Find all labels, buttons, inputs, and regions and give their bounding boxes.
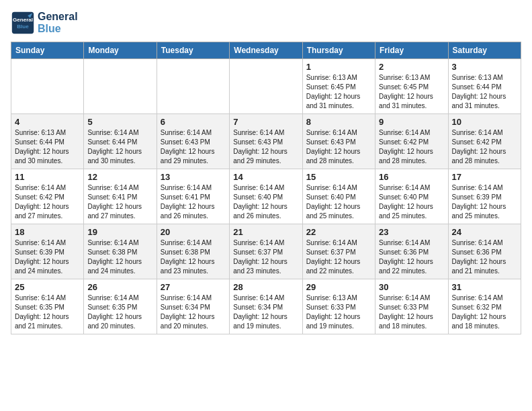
- day-info: Sunrise: 6:13 AM Sunset: 6:45 PM Dayligh…: [306, 73, 371, 111]
- day-info: Sunrise: 6:14 AM Sunset: 6:37 PM Dayligh…: [233, 238, 298, 276]
- day-info: Sunrise: 6:14 AM Sunset: 6:38 PM Dayligh…: [161, 238, 226, 276]
- day-number: 31: [452, 282, 517, 292]
- day-info: Sunrise: 6:14 AM Sunset: 6:44 PM Dayligh…: [87, 128, 152, 166]
- calendar-week-row: 11Sunrise: 6:14 AM Sunset: 6:42 PM Dayli…: [11, 169, 521, 224]
- day-number: 9: [379, 117, 444, 127]
- day-number: 24: [452, 227, 517, 237]
- day-number: 23: [379, 227, 444, 237]
- day-info: Sunrise: 6:14 AM Sunset: 6:34 PM Dayligh…: [161, 293, 226, 331]
- day-number: 29: [306, 282, 371, 292]
- calendar-cell: 26Sunrise: 6:14 AM Sunset: 6:35 PM Dayli…: [84, 279, 157, 334]
- day-number: 25: [15, 282, 80, 292]
- day-info: Sunrise: 6:14 AM Sunset: 6:34 PM Dayligh…: [233, 293, 298, 331]
- day-info: Sunrise: 6:14 AM Sunset: 6:41 PM Dayligh…: [87, 183, 152, 221]
- calendar-cell: [84, 59, 157, 114]
- day-info: Sunrise: 6:14 AM Sunset: 6:32 PM Dayligh…: [452, 293, 517, 331]
- calendar-cell: 27Sunrise: 6:14 AM Sunset: 6:34 PM Dayli…: [157, 279, 229, 334]
- day-info: Sunrise: 6:14 AM Sunset: 6:36 PM Dayligh…: [379, 238, 444, 276]
- weekday-header: Friday: [375, 42, 448, 59]
- day-info: Sunrise: 6:14 AM Sunset: 6:36 PM Dayligh…: [452, 238, 517, 276]
- calendar-cell: 7Sunrise: 6:14 AM Sunset: 6:43 PM Daylig…: [230, 114, 302, 169]
- calendar-cell: 13Sunrise: 6:14 AM Sunset: 6:41 PM Dayli…: [157, 169, 229, 224]
- calendar-week-row: 25Sunrise: 6:14 AM Sunset: 6:35 PM Dayli…: [11, 279, 521, 334]
- day-number: 20: [161, 227, 226, 237]
- day-number: 15: [306, 172, 371, 182]
- calendar-cell: 12Sunrise: 6:14 AM Sunset: 6:41 PM Dayli…: [84, 169, 157, 224]
- day-number: 13: [161, 172, 226, 182]
- calendar-cell: 14Sunrise: 6:14 AM Sunset: 6:40 PM Dayli…: [230, 169, 302, 224]
- calendar-cell: 5Sunrise: 6:14 AM Sunset: 6:44 PM Daylig…: [84, 114, 157, 169]
- logo-icon: General Blue: [11, 11, 35, 35]
- svg-text:General: General: [13, 17, 33, 23]
- calendar-cell: 19Sunrise: 6:14 AM Sunset: 6:38 PM Dayli…: [84, 224, 157, 279]
- calendar-week-row: 4Sunrise: 6:13 AM Sunset: 6:44 PM Daylig…: [11, 114, 521, 169]
- calendar-cell: 28Sunrise: 6:14 AM Sunset: 6:34 PM Dayli…: [230, 279, 302, 334]
- day-info: Sunrise: 6:14 AM Sunset: 6:39 PM Dayligh…: [15, 238, 80, 276]
- day-number: 5: [87, 117, 152, 127]
- day-info: Sunrise: 6:14 AM Sunset: 6:33 PM Dayligh…: [379, 293, 444, 331]
- calendar-header-row: SundayMondayTuesdayWednesdayThursdayFrid…: [11, 42, 521, 59]
- calendar-cell: 16Sunrise: 6:14 AM Sunset: 6:40 PM Dayli…: [375, 169, 448, 224]
- day-number: 21: [233, 227, 298, 237]
- weekday-header: Tuesday: [157, 42, 229, 59]
- day-info: Sunrise: 6:13 AM Sunset: 6:45 PM Dayligh…: [379, 73, 444, 111]
- calendar-cell: 23Sunrise: 6:14 AM Sunset: 6:36 PM Dayli…: [375, 224, 448, 279]
- day-number: 22: [306, 227, 371, 237]
- calendar-cell: 2Sunrise: 6:13 AM Sunset: 6:45 PM Daylig…: [375, 59, 448, 114]
- day-number: 27: [161, 282, 226, 292]
- day-info: Sunrise: 6:13 AM Sunset: 6:44 PM Dayligh…: [15, 128, 80, 166]
- calendar: SundayMondayTuesdayWednesdayThursdayFrid…: [11, 42, 521, 334]
- day-number: 7: [233, 117, 298, 127]
- day-info: Sunrise: 6:14 AM Sunset: 6:43 PM Dayligh…: [161, 128, 226, 166]
- day-number: 4: [15, 117, 80, 127]
- calendar-cell: 25Sunrise: 6:14 AM Sunset: 6:35 PM Dayli…: [11, 279, 84, 334]
- calendar-cell: 17Sunrise: 6:14 AM Sunset: 6:39 PM Dayli…: [448, 169, 521, 224]
- calendar-cell: 29Sunrise: 6:13 AM Sunset: 6:33 PM Dayli…: [302, 279, 375, 334]
- day-number: 10: [452, 117, 517, 127]
- weekday-header: Monday: [84, 42, 157, 59]
- calendar-cell: 31Sunrise: 6:14 AM Sunset: 6:32 PM Dayli…: [448, 279, 521, 334]
- day-info: Sunrise: 6:14 AM Sunset: 6:40 PM Dayligh…: [379, 183, 444, 221]
- logo: General Blue General Blue: [11, 11, 78, 35]
- day-number: 14: [233, 172, 298, 182]
- calendar-week-row: 1Sunrise: 6:13 AM Sunset: 6:45 PM Daylig…: [11, 59, 521, 114]
- weekday-header: Wednesday: [230, 42, 302, 59]
- day-info: Sunrise: 6:14 AM Sunset: 6:39 PM Dayligh…: [452, 183, 517, 221]
- day-info: Sunrise: 6:14 AM Sunset: 6:43 PM Dayligh…: [233, 128, 298, 166]
- calendar-cell: 21Sunrise: 6:14 AM Sunset: 6:37 PM Dayli…: [230, 224, 302, 279]
- day-number: 26: [87, 282, 152, 292]
- day-info: Sunrise: 6:14 AM Sunset: 6:40 PM Dayligh…: [306, 183, 371, 221]
- day-number: 18: [15, 227, 80, 237]
- calendar-cell: 20Sunrise: 6:14 AM Sunset: 6:38 PM Dayli…: [157, 224, 229, 279]
- day-info: Sunrise: 6:14 AM Sunset: 6:41 PM Dayligh…: [161, 183, 226, 221]
- calendar-cell: [11, 59, 84, 114]
- page-header: General Blue General Blue: [11, 11, 521, 35]
- day-info: Sunrise: 6:13 AM Sunset: 6:44 PM Dayligh…: [452, 73, 517, 111]
- calendar-cell: 9Sunrise: 6:14 AM Sunset: 6:42 PM Daylig…: [375, 114, 448, 169]
- weekday-header: Thursday: [302, 42, 375, 59]
- weekday-header: Saturday: [448, 42, 521, 59]
- calendar-cell: 11Sunrise: 6:14 AM Sunset: 6:42 PM Dayli…: [11, 169, 84, 224]
- day-number: 6: [161, 117, 226, 127]
- calendar-cell: 30Sunrise: 6:14 AM Sunset: 6:33 PM Dayli…: [375, 279, 448, 334]
- calendar-cell: 8Sunrise: 6:14 AM Sunset: 6:43 PM Daylig…: [302, 114, 375, 169]
- day-number: 8: [306, 117, 371, 127]
- calendar-cell: 18Sunrise: 6:14 AM Sunset: 6:39 PM Dayli…: [11, 224, 84, 279]
- day-info: Sunrise: 6:14 AM Sunset: 6:42 PM Dayligh…: [15, 183, 80, 221]
- svg-text:Blue: Blue: [17, 24, 29, 30]
- day-info: Sunrise: 6:14 AM Sunset: 6:35 PM Dayligh…: [87, 293, 152, 331]
- day-info: Sunrise: 6:13 AM Sunset: 6:33 PM Dayligh…: [306, 293, 371, 331]
- logo-text: General Blue: [38, 11, 78, 35]
- day-number: 30: [379, 282, 444, 292]
- calendar-cell: 3Sunrise: 6:13 AM Sunset: 6:44 PM Daylig…: [448, 59, 521, 114]
- day-number: 28: [233, 282, 298, 292]
- day-info: Sunrise: 6:14 AM Sunset: 6:38 PM Dayligh…: [87, 238, 152, 276]
- day-number: 2: [379, 62, 444, 72]
- day-number: 1: [306, 62, 371, 72]
- day-number: 19: [87, 227, 152, 237]
- day-info: Sunrise: 6:14 AM Sunset: 6:42 PM Dayligh…: [452, 128, 517, 166]
- weekday-header: Sunday: [11, 42, 84, 59]
- calendar-cell: [230, 59, 302, 114]
- day-number: 12: [87, 172, 152, 182]
- calendar-cell: 4Sunrise: 6:13 AM Sunset: 6:44 PM Daylig…: [11, 114, 84, 169]
